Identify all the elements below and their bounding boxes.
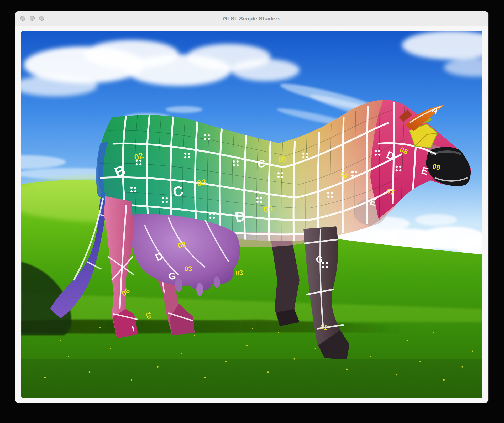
screen-background: GLSL Simple Shaders — [0, 0, 504, 423]
uv-number-10: 10 — [144, 311, 153, 320]
uv-number-01: 01 — [320, 323, 328, 331]
uv-number-03c: 03 — [184, 265, 192, 273]
app-window: GLSL Simple Shaders — [15, 11, 488, 403]
uv-label-C2: C — [257, 158, 266, 170]
uv-number-04: 04 — [263, 204, 274, 214]
window-title: GLSL Simple Shaders — [15, 11, 488, 26]
uv-label-G: G — [168, 270, 176, 282]
rendered-scene: A B C C D D D E E G G I 02 03 05 04 02 — [21, 31, 482, 398]
uv-number-05: 05 — [278, 155, 286, 164]
uv-label-G2: G — [316, 254, 323, 264]
uv-number-03: 03 — [196, 177, 207, 188]
gl-viewport[interactable]: A B C C D D D E E G G I 02 03 05 04 02 — [21, 31, 482, 398]
title-bar[interactable]: GLSL Simple Shaders — [15, 11, 488, 26]
uv-number-03b: 03 — [235, 268, 244, 277]
